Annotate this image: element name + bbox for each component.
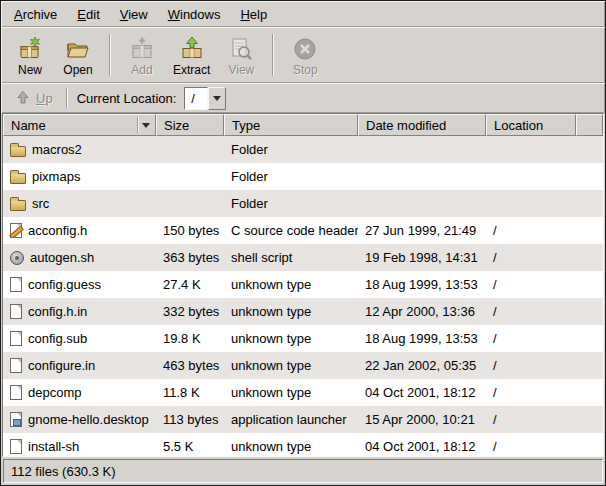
statusbar-text: 112 files (630.3 K)	[11, 464, 116, 479]
column-header-label: Name	[11, 118, 46, 133]
file-row[interactable]: macros2Folder	[3, 136, 603, 163]
cell-date-modified: 27 Jun 1999, 21:49	[358, 223, 486, 238]
cell-type: unknown type	[224, 385, 358, 400]
column-header-size[interactable]: Size	[156, 114, 224, 136]
current-location-label: Current Location:	[73, 91, 185, 106]
file-row[interactable]: acconfig.h150 bytesC source code header2…	[3, 217, 603, 244]
file-name-label: src	[32, 196, 49, 211]
cell-size: 19.8 K	[156, 331, 224, 346]
table-header: NameSizeTypeDate modifiedLocation	[3, 114, 603, 136]
cell-size: 113 bytes	[156, 412, 224, 427]
menu-edit[interactable]: Edit	[67, 3, 109, 26]
up-button[interactable]: Up	[6, 86, 61, 110]
cell-date-modified: 19 Feb 1998, 14:31	[358, 250, 486, 265]
file-name-label: macros2	[32, 142, 82, 157]
column-header-type[interactable]: Type	[224, 114, 358, 136]
toolbar-button-label: Extract	[173, 64, 210, 76]
cell-location: /	[486, 250, 576, 265]
add-button[interactable]: Add	[118, 30, 166, 80]
cell-size: 150 bytes	[156, 223, 224, 238]
cell-name: install-sh	[3, 439, 156, 454]
file-row[interactable]: config.guess27.4 Kunknown type18 Aug 199…	[3, 271, 603, 298]
text-editor-icon	[10, 223, 22, 238]
up-button-label: Up	[36, 91, 53, 106]
file-row[interactable]: pixmapsFolder	[3, 163, 603, 190]
file-row[interactable]: config.sub19.8 Kunknown type18 Aug 1999,…	[3, 325, 603, 352]
sort-divider	[137, 117, 139, 133]
cell-date-modified: 22 Jan 2002, 05:35	[358, 358, 486, 373]
file-row[interactable]: autogen.sh363 bytesshell script19 Feb 19…	[3, 244, 603, 271]
file-row[interactable]: gnome-hello.desktop113 bytesapplication …	[3, 406, 603, 433]
location-bar: Up Current Location: /	[1, 83, 605, 113]
new-archive-icon	[17, 35, 43, 62]
file-icon	[10, 439, 22, 454]
new-button[interactable]: New	[6, 30, 54, 80]
chevron-down-icon	[213, 96, 221, 101]
location-dropdown-button[interactable]	[208, 87, 226, 110]
folder-icon	[10, 146, 26, 157]
cell-location: /	[486, 277, 576, 292]
file-row[interactable]: config.h.in332 bytesunknown type12 Apr 2…	[3, 298, 603, 325]
sort-indicator-icon[interactable]	[142, 123, 150, 128]
column-header-location[interactable]: Location	[486, 114, 576, 136]
launcher-icon	[10, 412, 22, 427]
extract-button[interactable]: Extract	[166, 30, 217, 80]
cell-name: acconfig.h	[3, 223, 156, 238]
location-value[interactable]: /	[184, 87, 208, 110]
cell-location: /	[486, 412, 576, 427]
cell-size: 27.4 K	[156, 277, 224, 292]
archive-manager-window: ArchiveEditViewWindowsHelp NewOpenAddExt…	[0, 0, 606, 486]
file-row[interactable]: install-sh5.5 Kunknown type04 Oct 2001, …	[3, 433, 603, 456]
file-name-label: config.guess	[28, 277, 101, 292]
toolbar-separator	[109, 34, 111, 76]
stop-icon	[292, 35, 318, 62]
cell-name: macros2	[3, 142, 156, 157]
column-header-label: Location	[494, 118, 543, 133]
column-header-name[interactable]: Name	[3, 114, 156, 136]
folder-icon	[10, 200, 26, 211]
cell-type: C source code header	[224, 223, 358, 238]
view-file-icon	[228, 35, 254, 62]
cell-date-modified: 18 Aug 1999, 13:53	[358, 277, 486, 292]
cell-name: config.guess	[3, 277, 156, 292]
location-combobox[interactable]: /	[184, 87, 226, 110]
menu-view[interactable]: View	[110, 3, 158, 26]
cell-date-modified: 04 Oct 2001, 18:12	[358, 439, 486, 454]
column-header-stub	[576, 114, 603, 136]
location-separator	[66, 88, 68, 108]
menu-help[interactable]: Help	[230, 3, 277, 26]
cell-type: Folder	[224, 196, 358, 211]
menu-archive[interactable]: Archive	[4, 3, 67, 26]
file-row[interactable]: configure.in463 bytesunknown type22 Jan …	[3, 352, 603, 379]
cell-date-modified: 12 Apr 2000, 13:36	[358, 304, 486, 319]
open-button[interactable]: Open	[54, 30, 102, 80]
cell-location: /	[486, 331, 576, 346]
cell-name: pixmaps	[3, 169, 156, 184]
cell-name: autogen.sh	[3, 250, 156, 265]
file-row[interactable]: srcFolder	[3, 190, 603, 217]
script-icon	[10, 251, 24, 265]
view-button[interactable]: View	[217, 30, 265, 80]
column-header-label: Type	[232, 118, 260, 133]
cell-location: /	[486, 304, 576, 319]
file-name-label: config.sub	[28, 331, 87, 346]
file-table: NameSizeTypeDate modifiedLocation macros…	[2, 113, 604, 457]
cell-date-modified: 18 Aug 1999, 13:53	[358, 331, 486, 346]
cell-type: unknown type	[224, 358, 358, 373]
cell-size: 363 bytes	[156, 250, 224, 265]
cell-type: unknown type	[224, 331, 358, 346]
stop-button[interactable]: Stop	[281, 30, 329, 80]
file-row[interactable]: depcomp11.8 Kunknown type04 Oct 2001, 18…	[3, 379, 603, 406]
file-name-label: configure.in	[28, 358, 95, 373]
cell-type: unknown type	[224, 277, 358, 292]
cell-type: unknown type	[224, 439, 358, 454]
column-header-date-modified[interactable]: Date modified	[358, 114, 486, 136]
menu-windows[interactable]: Windows	[158, 3, 231, 26]
file-name-label: depcomp	[28, 385, 81, 400]
menubar: ArchiveEditViewWindowsHelp	[1, 1, 605, 27]
cell-type: Folder	[224, 169, 358, 184]
cell-size: 332 bytes	[156, 304, 224, 319]
open-folder-icon	[65, 35, 91, 62]
toolbar-button-label: Add	[131, 64, 152, 76]
cell-location: /	[486, 385, 576, 400]
